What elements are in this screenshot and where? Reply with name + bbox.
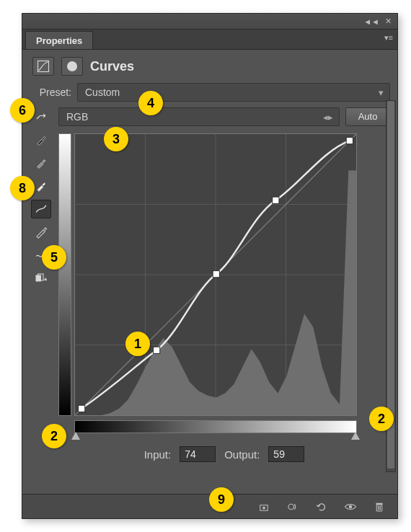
collapse-icon[interactable]: ◄◄	[363, 17, 379, 26]
callout-9: 9	[209, 487, 234, 512]
delete-icon[interactable]	[371, 499, 387, 515]
svg-point-17	[262, 506, 265, 509]
adjustment-type-icon[interactable]	[32, 57, 54, 76]
draw-curve-tool-icon[interactable]	[31, 223, 51, 241]
view-previous-icon[interactable]	[285, 499, 301, 515]
curve-editor[interactable]	[58, 133, 361, 416]
chevron-down-icon: ◂▸	[323, 112, 333, 123]
curves-header: Curves	[22, 50, 397, 79]
layer-mask-icon[interactable]	[61, 57, 83, 76]
callout-5: 5	[42, 245, 66, 270]
channel-dropdown[interactable]: RGB ◂▸	[58, 107, 340, 126]
chevron-down-icon: ▾	[379, 87, 384, 98]
output-label: Output:	[224, 448, 260, 461]
panel-body: Preset: Custom ▾	[22, 79, 397, 462]
callout-8: 8	[10, 176, 35, 200]
clip-to-layer-icon[interactable]	[256, 499, 272, 515]
tab-properties[interactable]: Properties	[25, 31, 93, 49]
tool-column: !	[31, 107, 53, 462]
svg-point-19	[349, 505, 353, 508]
curve-grid	[75, 134, 356, 415]
tab-row: Properties ▾≡	[22, 30, 397, 50]
properties-panel: ◄◄ ✕ Properties ▾≡ Curves Preset: Custom…	[22, 13, 398, 519]
callout-2b: 2	[369, 407, 394, 431]
preset-label: Preset:	[31, 87, 71, 98]
gray-point-eyedropper-icon[interactable]	[31, 154, 51, 172]
adjustment-title: Curves	[90, 59, 134, 74]
svg-rect-11	[79, 405, 85, 412]
black-input-slider[interactable]	[71, 432, 80, 440]
output-gradient	[58, 133, 71, 416]
output-field[interactable]	[268, 446, 304, 462]
input-gradient	[74, 420, 357, 433]
reset-icon[interactable]	[314, 499, 330, 515]
auto-button[interactable]: Auto	[345, 107, 390, 126]
close-icon[interactable]: ✕	[385, 17, 392, 26]
callout-2a: 2	[42, 424, 66, 448]
callout-4: 4	[138, 91, 163, 115]
black-point-eyedropper-icon[interactable]	[31, 130, 51, 149]
svg-rect-13	[213, 271, 219, 278]
channel-value: RGB	[66, 111, 88, 123]
svg-rect-14	[273, 197, 279, 203]
toggle-visibility-icon[interactable]	[342, 499, 358, 515]
svg-rect-12	[154, 347, 160, 353]
edit-points-tool-icon[interactable]	[31, 200, 51, 218]
preset-value: Custom	[85, 87, 120, 98]
curve-canvas[interactable]	[74, 133, 357, 416]
panel-titlebar: ◄◄ ✕	[22, 14, 397, 30]
svg-text:!: !	[45, 278, 45, 281]
preset-dropdown[interactable]: Custom ▾	[77, 83, 390, 102]
input-label: Input:	[144, 448, 172, 461]
svg-point-18	[288, 504, 294, 510]
white-input-slider[interactable]	[351, 432, 360, 440]
callout-6: 6	[10, 98, 35, 123]
input-field[interactable]	[180, 446, 216, 462]
clipping-warning-icon[interactable]: !	[31, 269, 51, 288]
input-output-row: Input: Output:	[58, 446, 390, 462]
panel-menu-icon[interactable]: ▾≡	[384, 33, 393, 43]
preset-row: Preset: Custom ▾	[31, 83, 390, 102]
callout-3: 3	[104, 127, 128, 151]
svg-rect-24	[376, 502, 383, 504]
callout-1: 1	[125, 332, 150, 356]
svg-rect-15	[346, 138, 353, 144]
